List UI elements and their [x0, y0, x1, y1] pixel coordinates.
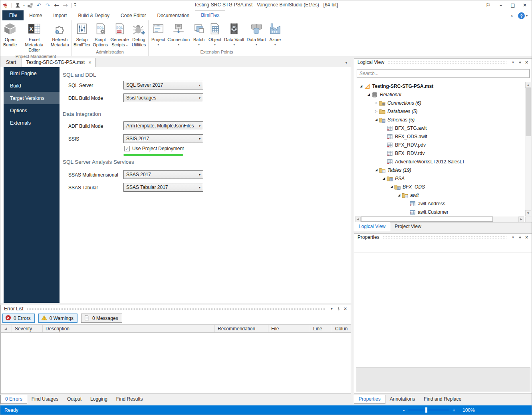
- collapse-ribbon-icon[interactable]: ∧: [510, 14, 513, 18]
- setup-bimlflex-button[interactable]: Setup BimlFlex: [72, 22, 91, 48]
- build-dropdown-caret-icon[interactable]: ▾: [23, 4, 25, 7]
- tab-build-deploy[interactable]: Build & Deploy: [72, 11, 115, 20]
- azure-button[interactable]: Azure ▾: [267, 22, 283, 47]
- adf-build-mode-select[interactable]: ArmTemplate, MultipleJsonFiles ▾: [123, 121, 203, 130]
- sort-icon[interactable]: ◢: [1, 325, 12, 332]
- tab-0-errors[interactable]: 0 Errors: [0, 395, 27, 404]
- tab-document-active[interactable]: Testing-SRC-STG-PSA.mst ✕: [22, 58, 96, 67]
- tree-node[interactable]: ◢BFX_ODS: [355, 183, 524, 191]
- close-panel-icon[interactable]: ✕: [523, 60, 530, 65]
- sql-server-select[interactable]: SQL Server 2017 ▾: [123, 81, 203, 89]
- horizontal-scrollbar[interactable]: ◀ ▶: [355, 216, 524, 222]
- tree-node[interactable]: BFX_RDV.rdv: [355, 149, 524, 157]
- vertical-scrollbar[interactable]: ▲ ▼: [525, 82, 531, 216]
- expander-icon[interactable]: ◢: [381, 177, 387, 180]
- build-icon[interactable]: [14, 2, 21, 9]
- tab-logging[interactable]: Logging: [86, 395, 112, 403]
- scroll-down-icon[interactable]: ▼: [525, 210, 531, 216]
- column-description[interactable]: Description: [43, 325, 215, 332]
- scroll-right-icon[interactable]: ▶: [518, 216, 524, 222]
- tab-find-results[interactable]: Find Results: [112, 395, 147, 403]
- expander-icon[interactable]: ▷: [373, 101, 379, 105]
- column-file[interactable]: File: [268, 325, 310, 332]
- column-recommendation[interactable]: Recommendation: [215, 325, 268, 332]
- scroll-left-icon[interactable]: ◀: [355, 216, 361, 222]
- tab-documentation[interactable]: Documentation: [151, 11, 195, 20]
- expander-icon[interactable]: ◢: [358, 84, 364, 88]
- qat-customize-icon[interactable]: ▾: [74, 3, 76, 7]
- panel-menu-caret-icon[interactable]: ▾: [510, 60, 516, 64]
- close-button[interactable]: ✕: [519, 1, 531, 10]
- object-button[interactable]: Object ▾: [207, 22, 223, 47]
- messages-filter-button[interactable]: 0 Messages: [81, 314, 122, 323]
- tree-node[interactable]: BFX_RDV.pdv: [355, 141, 524, 149]
- navigate-forward-icon[interactable]: →: [62, 2, 69, 9]
- biml-logo-icon[interactable]: [2, 2, 9, 9]
- expander-icon[interactable]: ▷: [373, 109, 379, 113]
- tree-node[interactable]: ▷Connections (6): [355, 99, 524, 107]
- sidebar-item-biml-engine[interactable]: Biml Engine: [4, 67, 60, 79]
- tab-properties[interactable]: Properties: [354, 395, 385, 404]
- debug-utilities-button[interactable]: Debug Utilities: [130, 22, 147, 48]
- project-button[interactable]: Project ▾: [150, 22, 166, 47]
- tab-logical-view[interactable]: Logical View: [354, 222, 390, 231]
- undo-icon[interactable]: ↶: [36, 2, 42, 9]
- close-panel-icon[interactable]: ✕: [523, 235, 530, 240]
- tree-node[interactable]: ◢awlt: [355, 191, 524, 199]
- ssis-select[interactable]: SSIS 2017 ▾: [123, 134, 203, 143]
- sidebar-item-build[interactable]: Build: [4, 79, 60, 92]
- zoom-slider[interactable]: [408, 410, 449, 410]
- column-column[interactable]: Colun: [332, 325, 351, 332]
- expander-icon[interactable]: ◢: [373, 118, 379, 121]
- minimize-button[interactable]: –: [495, 1, 507, 10]
- tree-node[interactable]: awlt.Customer: [355, 208, 524, 216]
- tab-annotations[interactable]: Annotations: [385, 395, 419, 403]
- tree-node[interactable]: ▷Databases (5): [355, 107, 524, 115]
- tab-start[interactable]: Start: [0, 58, 22, 67]
- refresh-metadata-button[interactable]: Refresh Metadata: [50, 22, 70, 48]
- column-severity[interactable]: Severity: [12, 325, 43, 332]
- pin-icon[interactable]: [516, 60, 523, 65]
- connection-button[interactable]: Connection ▾: [166, 22, 191, 47]
- flag-icon[interactable]: ⚐: [481, 1, 495, 10]
- tab-import[interactable]: Import: [48, 11, 72, 20]
- scroll-up-icon[interactable]: ▲: [525, 82, 531, 88]
- tab-find-usages[interactable]: Find Usages: [27, 395, 63, 403]
- ssas-multidimensional-select[interactable]: SSAS 2017 ▾: [123, 170, 203, 179]
- batch-button[interactable]: Batch ▾: [191, 22, 207, 47]
- scrollbar-thumb[interactable]: [526, 88, 531, 136]
- panel-menu-caret-icon[interactable]: ▾: [510, 235, 516, 239]
- redo-icon[interactable]: ↷: [44, 2, 51, 9]
- errors-filter-button[interactable]: 0 Errors: [2, 314, 35, 323]
- use-project-deployment-checkbox[interactable]: ✓ Use Project Deployment: [124, 146, 184, 151]
- search-input[interactable]: [357, 69, 530, 78]
- tab-code-editor[interactable]: Code Editor: [115, 11, 151, 20]
- checkbox-check-icon[interactable]: ✓: [124, 146, 130, 151]
- pin-icon[interactable]: [335, 306, 342, 312]
- tab-find-and-replace[interactable]: Find and Replace: [419, 395, 466, 403]
- tree-node[interactable]: BFX_ODS.awlt: [355, 132, 524, 141]
- tab-file[interactable]: File: [2, 10, 24, 20]
- open-bundle-button[interactable]: Open Bundle: [1, 22, 19, 48]
- ddl-build-mode-select[interactable]: SsisPackages ▾: [123, 93, 203, 102]
- maximize-button[interactable]: □: [507, 1, 519, 10]
- tab-home[interactable]: Home: [24, 11, 48, 20]
- help-caret-icon[interactable]: ▾: [526, 14, 528, 18]
- zoom-in-button[interactable]: +: [453, 407, 455, 413]
- tab-overflow-caret-icon[interactable]: ▾: [345, 61, 347, 65]
- tree-node[interactable]: ◢Tables (19): [355, 166, 524, 174]
- navigate-back-icon[interactable]: ←: [53, 2, 60, 9]
- zoom-out-button[interactable]: -: [403, 407, 405, 413]
- tree-node[interactable]: AdventureWorksLT2012.SalesLT: [355, 157, 524, 166]
- close-tab-icon[interactable]: ✕: [88, 60, 91, 65]
- zoom-slider-thumb[interactable]: [425, 407, 427, 413]
- tree-node[interactable]: ◢Relational: [355, 90, 524, 99]
- scrollbar-thumb[interactable]: [361, 216, 493, 222]
- sidebar-item-target-versions[interactable]: Target Versions: [4, 92, 60, 104]
- tree-node[interactable]: ◢Testing-SRC-STG-PSA.mst: [355, 82, 524, 90]
- tree-node[interactable]: awlt.Address: [355, 199, 524, 208]
- ssas-tabular-select[interactable]: SSAS Tabular 2017 ▾: [123, 183, 203, 192]
- tab-output[interactable]: Output: [63, 395, 86, 403]
- pin-icon[interactable]: [516, 235, 523, 240]
- warnings-filter-button[interactable]: 0 Warnings: [38, 314, 77, 323]
